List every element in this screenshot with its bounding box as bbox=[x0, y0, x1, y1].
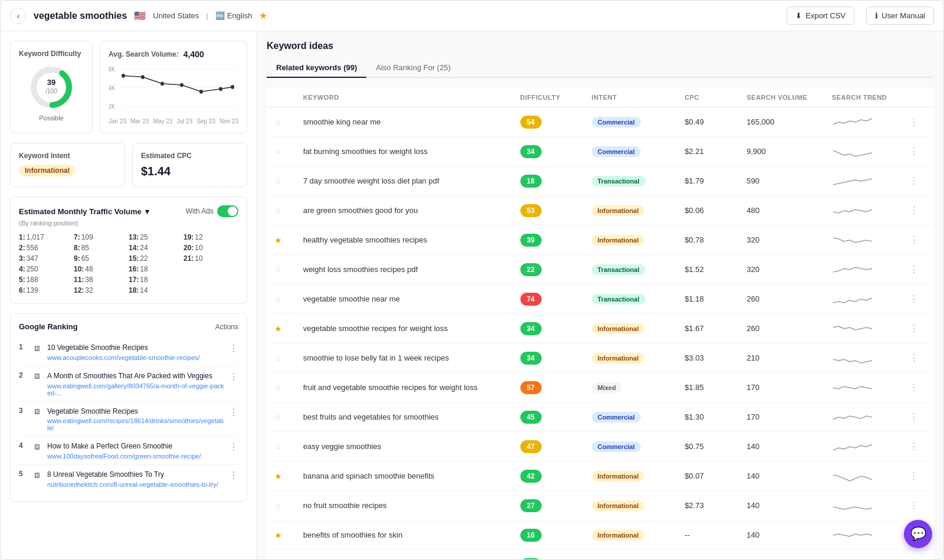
star-icon[interactable]: ☆ bbox=[274, 442, 282, 451]
with-ads-toggle[interactable] bbox=[217, 205, 238, 217]
chevron-down-icon[interactable]: ▾ bbox=[145, 207, 149, 216]
language-selector[interactable]: 🔤 English bbox=[215, 11, 253, 20]
favorite-star[interactable]: ★ bbox=[259, 10, 267, 21]
keyword-cell: healthy vegetable smoothies recipes bbox=[296, 225, 513, 255]
language-label: English bbox=[227, 11, 253, 20]
row-menu-button[interactable]: ⋮ bbox=[909, 323, 919, 333]
trend-cell bbox=[825, 550, 902, 560]
row-menu-button[interactable]: ⋮ bbox=[909, 294, 919, 304]
export-csv-button[interactable]: ⬇ Export CSV bbox=[786, 6, 854, 25]
ranking-menu-button[interactable]: ⋮ bbox=[229, 470, 238, 481]
ranking-url[interactable]: www.eatingwell.com/gallery/8034765/a-mon… bbox=[47, 382, 224, 397]
action-cell: ⋮ bbox=[902, 550, 933, 560]
star-icon[interactable]: ☆ bbox=[274, 294, 282, 304]
star-icon[interactable]: ☆ bbox=[274, 353, 282, 363]
star-cell[interactable]: ☆ bbox=[267, 432, 296, 461]
th-star bbox=[267, 88, 296, 107]
row-menu-button[interactable]: ⋮ bbox=[909, 412, 919, 422]
star-cell[interactable]: ☆ bbox=[267, 107, 296, 137]
row-menu-button[interactable]: ⋮ bbox=[909, 471, 919, 481]
row-menu-button[interactable]: ⋮ bbox=[909, 146, 919, 156]
tab-0[interactable]: Related keywords (99) bbox=[267, 58, 366, 78]
star-icon[interactable]: ★ bbox=[274, 471, 282, 481]
chat-bubble[interactable]: 💬 bbox=[904, 520, 932, 548]
difficulty-cell: 53 bbox=[513, 196, 585, 225]
row-menu-button[interactable]: ⋮ bbox=[909, 264, 919, 274]
star-cell[interactable]: ☆ bbox=[267, 402, 296, 432]
star-icon[interactable]: ★ bbox=[274, 530, 282, 540]
row-menu-button[interactable]: ⋮ bbox=[909, 205, 919, 215]
row-menu-button[interactable]: ⋮ bbox=[909, 176, 919, 186]
difficulty-badge: 22 bbox=[520, 263, 542, 276]
star-cell[interactable]: ☆ bbox=[267, 373, 296, 402]
back-button[interactable]: ‹ bbox=[10, 8, 27, 24]
row-menu-button[interactable]: ⋮ bbox=[909, 500, 919, 510]
star-cell[interactable]: ☆ bbox=[267, 343, 296, 373]
table-row: ☆ easy veggie smoothies 47 Commercial $0… bbox=[267, 432, 934, 461]
ranking-menu-button[interactable]: ⋮ bbox=[229, 343, 238, 354]
row-menu-button[interactable]: ⋮ bbox=[909, 382, 919, 392]
row-menu-button[interactable]: ⋮ bbox=[909, 235, 919, 245]
ranking-number: 4 bbox=[19, 441, 27, 450]
star-cell[interactable]: ☆ bbox=[267, 491, 296, 520]
difficulty-cell: 42 bbox=[513, 461, 585, 491]
action-cell: ⋮ bbox=[902, 461, 933, 491]
difficulty-cell: 74 bbox=[513, 284, 585, 314]
star-icon[interactable]: ☆ bbox=[274, 383, 282, 392]
ranking-url[interactable]: www.eatingwell.com/recipes/18614/drinks/… bbox=[47, 417, 224, 431]
star-cell[interactable]: ☆ bbox=[267, 166, 296, 196]
ranking-content: 10 Vegetable Smoothie Recipes www.acoupl… bbox=[47, 343, 224, 361]
intent-pill: Informational bbox=[592, 353, 645, 363]
star-cell[interactable]: ★ bbox=[267, 461, 296, 491]
action-cell: ⋮ bbox=[902, 166, 933, 196]
trend-sparkline bbox=[832, 231, 873, 247]
star-icon[interactable]: ★ bbox=[274, 324, 282, 333]
table-row: ☆ fruit and vegetable smoothie recipes f… bbox=[267, 373, 934, 402]
star-cell[interactable]: ☆ bbox=[267, 284, 296, 314]
star-cell[interactable]: ★ bbox=[267, 520, 296, 550]
donut-sublabel: Possible bbox=[39, 114, 64, 122]
user-manual-button[interactable]: ℹ User Manual bbox=[866, 6, 934, 25]
chat-icon: 💬 bbox=[910, 526, 926, 542]
row-menu-button[interactable]: ⋮ bbox=[909, 353, 919, 363]
star-cell[interactable]: ☆ bbox=[267, 255, 296, 284]
ranking-url[interactable]: www.100daysofrealFood.com/green-smoothie… bbox=[47, 453, 224, 460]
table-row: ☆ weight loss smoothies recipes pdf 22 T… bbox=[267, 255, 934, 284]
ranking-menu-button[interactable]: ⋮ bbox=[229, 371, 238, 382]
ranking-url[interactable]: www.acouplecooks.com/vegetable-smoothie-… bbox=[47, 354, 224, 361]
star-cell[interactable]: ☆ bbox=[267, 196, 296, 225]
action-cell: ⋮ bbox=[902, 225, 933, 255]
table-row: ★ vegetable smoothie recipes for weight … bbox=[267, 314, 934, 343]
trend-sparkline bbox=[832, 555, 873, 559]
ranking-icon: 🖼 bbox=[32, 343, 42, 353]
intent-pill: Informational bbox=[592, 205, 645, 216]
cpc-cell: $1.67 bbox=[677, 314, 739, 343]
svg-text:/100: /100 bbox=[45, 88, 57, 94]
star-icon[interactable]: ☆ bbox=[274, 265, 282, 274]
ranking-menu-button[interactable]: ⋮ bbox=[229, 407, 238, 418]
star-cell[interactable]: ☆ bbox=[267, 137, 296, 166]
star-icon[interactable]: ★ bbox=[274, 235, 282, 245]
star-cell[interactable]: ★ bbox=[267, 314, 296, 343]
star-icon[interactable]: ☆ bbox=[274, 147, 282, 156]
star-icon[interactable]: ☆ bbox=[274, 412, 282, 422]
trend-cell bbox=[825, 343, 902, 373]
ranking-url[interactable]: nutritioninthekitch.com/8-unreal-vegetab… bbox=[47, 481, 224, 488]
traffic-grid: 1:1,0177:10913:2519:122:5568:8514:2420:1… bbox=[19, 232, 238, 295]
row-menu-button[interactable]: ⋮ bbox=[909, 117, 919, 127]
star-icon[interactable]: ☆ bbox=[274, 501, 282, 510]
cpc-value: $1.44 bbox=[141, 165, 238, 178]
ranking-content: 8 Unreal Vegetable Smoothies To Try nutr… bbox=[47, 470, 224, 488]
ranking-menu-button[interactable]: ⋮ bbox=[229, 441, 238, 453]
row-menu-button[interactable]: ⋮ bbox=[909, 441, 919, 451]
star-icon[interactable]: ☆ bbox=[274, 206, 282, 215]
cpc-cell: -- bbox=[677, 550, 739, 560]
star-cell[interactable]: ★ bbox=[267, 225, 296, 255]
page-title: vegetable smoothies bbox=[34, 11, 127, 21]
tab-1[interactable]: Also Ranking For (25) bbox=[366, 58, 460, 78]
star-icon[interactable]: ☆ bbox=[274, 176, 282, 186]
volume-cell: 9,900 bbox=[739, 137, 824, 166]
star-cell[interactable]: ☆ bbox=[267, 550, 296, 560]
intent-cell: Informational bbox=[585, 314, 678, 343]
star-icon[interactable]: ☆ bbox=[274, 117, 282, 127]
